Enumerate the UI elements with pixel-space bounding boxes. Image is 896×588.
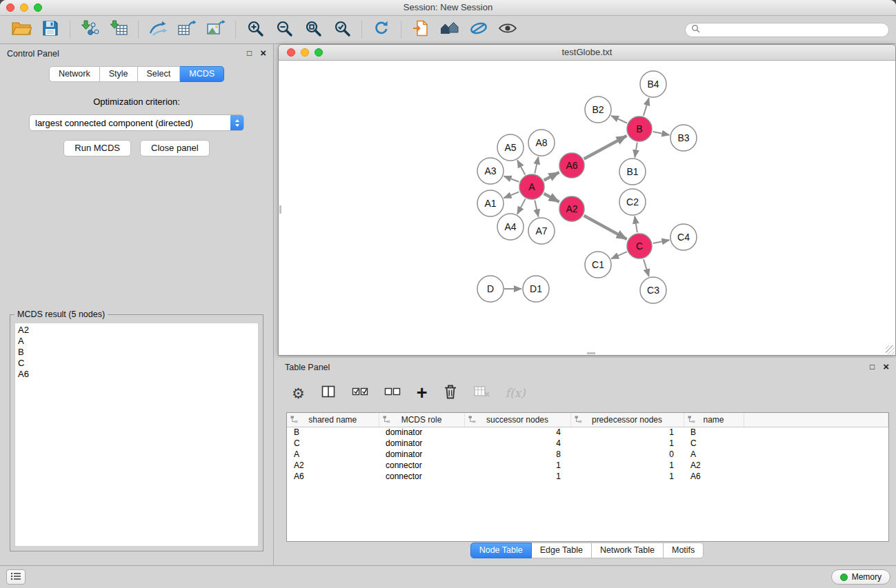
- delete-table-button[interactable]: [473, 385, 490, 401]
- table-cell[interactable]: B: [684, 427, 744, 438]
- graph-node-D1[interactable]: D1: [523, 276, 549, 302]
- table-cell[interactable]: C: [684, 438, 744, 449]
- graph-edge-A6-B[interactable]: [584, 136, 627, 159]
- network-zoom-button[interactable]: [315, 48, 323, 57]
- graph-edge-C-C3[interactable]: [644, 259, 649, 276]
- table-cell[interactable]: 1: [570, 471, 684, 482]
- graph-edge-C-C4[interactable]: [653, 240, 670, 243]
- table-cell[interactable]: 1: [464, 471, 570, 482]
- tab-network[interactable]: Network: [49, 66, 100, 82]
- table-cell[interactable]: connector: [379, 471, 464, 482]
- minimize-window-button[interactable]: [20, 3, 28, 12]
- mcds-result-item[interactable]: B: [18, 347, 255, 358]
- tab-node-table[interactable]: Node Table: [470, 543, 532, 558]
- graph-edge-A-A4[interactable]: [517, 199, 526, 214]
- graph-edge-A-A7[interactable]: [535, 201, 538, 217]
- refresh-button[interactable]: [368, 18, 395, 41]
- table-row[interactable]: Bdominator41B: [287, 427, 888, 438]
- graph-node-D[interactable]: D: [477, 276, 504, 302]
- zoom-fit-button[interactable]: [300, 18, 326, 41]
- graph-node-C2[interactable]: C2: [619, 189, 646, 215]
- graph-edge-A-A6[interactable]: [544, 172, 559, 181]
- close-panel-icon[interactable]: ×: [883, 361, 889, 372]
- graph-edge-A-A1[interactable]: [504, 192, 519, 198]
- table-row[interactable]: Adominator80A: [287, 449, 888, 460]
- zoom-window-button[interactable]: [34, 3, 42, 12]
- table-cell[interactable]: B: [287, 427, 379, 438]
- column-header-predecessor-nodes[interactable]: predecessor nodes: [570, 413, 684, 427]
- graph-edge-A-A2[interactable]: [544, 194, 559, 202]
- tab-select[interactable]: Select: [138, 66, 181, 82]
- graph-node-C1[interactable]: C1: [585, 252, 611, 278]
- table-cell[interactable]: A2: [684, 460, 744, 471]
- float-panel-icon[interactable]: □: [870, 361, 875, 372]
- open-file-button[interactable]: [8, 18, 34, 41]
- close-panel-button[interactable]: Close panel: [140, 140, 210, 156]
- graph-node-B[interactable]: B: [627, 116, 652, 141]
- graph-edge-B-B1[interactable]: [635, 143, 637, 158]
- table-cell[interactable]: 1: [570, 460, 684, 471]
- resize-grip[interactable]: [886, 345, 895, 354]
- table-cell[interactable]: dominator: [379, 438, 464, 449]
- network-canvas-area[interactable]: B4B2BB3A5A8A6B1A3AC2A1A2A4A7C4CC1C3DD1: [279, 61, 895, 355]
- zoom-selected-button[interactable]: [329, 18, 355, 41]
- graph-edge-A-A5[interactable]: [517, 160, 525, 174]
- graph-node-A[interactable]: A: [519, 174, 544, 199]
- table-row[interactable]: Cdominator41C: [287, 438, 888, 449]
- zoom-in-button[interactable]: [242, 18, 268, 41]
- graph-edge-A-A8[interactable]: [535, 157, 538, 174]
- graph-node-A6[interactable]: A6: [559, 153, 584, 178]
- table-cell[interactable]: A: [287, 449, 379, 460]
- close-panel-icon[interactable]: ×: [260, 48, 266, 59]
- table-cell[interactable]: A2: [287, 460, 379, 471]
- memory-button[interactable]: Memory: [831, 569, 890, 585]
- table-cell[interactable]: 1: [464, 460, 570, 471]
- table-cell[interactable]: 4: [464, 438, 570, 449]
- network-close-button[interactable]: [287, 48, 295, 57]
- graph-node-A1[interactable]: A1: [477, 190, 504, 216]
- mcds-result-item[interactable]: A2: [18, 325, 255, 336]
- delete-columns-button[interactable]: [444, 384, 457, 402]
- graph-node-C3[interactable]: C3: [640, 277, 666, 303]
- table-cell[interactable]: connector: [379, 460, 464, 471]
- ndex-button[interactable]: [466, 18, 492, 41]
- graph-node-A4[interactable]: A4: [497, 214, 524, 240]
- open-session-button[interactable]: [408, 18, 434, 41]
- table-cell[interactable]: dominator: [379, 449, 464, 460]
- column-header-shared-name[interactable]: shared name: [287, 413, 379, 427]
- import-table-button[interactable]: [106, 18, 132, 41]
- graph-edge-B-B2[interactable]: [611, 116, 627, 123]
- graph-node-A2[interactable]: A2: [559, 196, 584, 221]
- table-row[interactable]: A2connector11A2: [287, 460, 888, 471]
- graph-node-B3[interactable]: B3: [670, 125, 697, 151]
- export-image-button[interactable]: [203, 18, 229, 41]
- table-cell[interactable]: A6: [287, 471, 379, 482]
- table-cell[interactable]: 0: [570, 449, 684, 460]
- run-mcds-button[interactable]: Run MCDS: [63, 140, 131, 156]
- table-cell[interactable]: 4: [464, 427, 570, 438]
- graph-edge-B-B3[interactable]: [653, 132, 670, 135]
- column-header-MCDS-role[interactable]: MCDS role: [379, 413, 464, 427]
- graph-node-B1[interactable]: B1: [619, 159, 646, 185]
- tab-network-table[interactable]: Network Table: [592, 543, 664, 558]
- table-mode-button[interactable]: ⚙: [292, 386, 305, 401]
- function-builder-button[interactable]: f(x): [506, 386, 526, 400]
- graph-edge-C-C1[interactable]: [611, 252, 627, 258]
- mcds-result-item[interactable]: A6: [18, 369, 255, 380]
- table-cell[interactable]: 1: [570, 427, 684, 438]
- column-header-successor-nodes[interactable]: successor nodes: [464, 413, 570, 427]
- zoom-out-button[interactable]: [271, 18, 297, 41]
- table-cell[interactable]: 1: [570, 438, 684, 449]
- graph-node-B2[interactable]: B2: [585, 97, 611, 123]
- select-all-button[interactable]: [352, 385, 368, 401]
- table-row[interactable]: A6connector11A6: [287, 471, 888, 482]
- table-cell[interactable]: C: [287, 438, 379, 449]
- create-column-button[interactable]: +: [417, 384, 428, 403]
- save-session-button[interactable]: [37, 18, 63, 41]
- graph-node-C4[interactable]: C4: [670, 224, 697, 250]
- search-input[interactable]: [704, 25, 883, 35]
- column-header-name[interactable]: name: [684, 413, 744, 427]
- graph-edge-C-C2[interactable]: [635, 216, 637, 233]
- task-history-button[interactable]: [6, 569, 26, 585]
- tab-motifs[interactable]: Motifs: [664, 543, 704, 558]
